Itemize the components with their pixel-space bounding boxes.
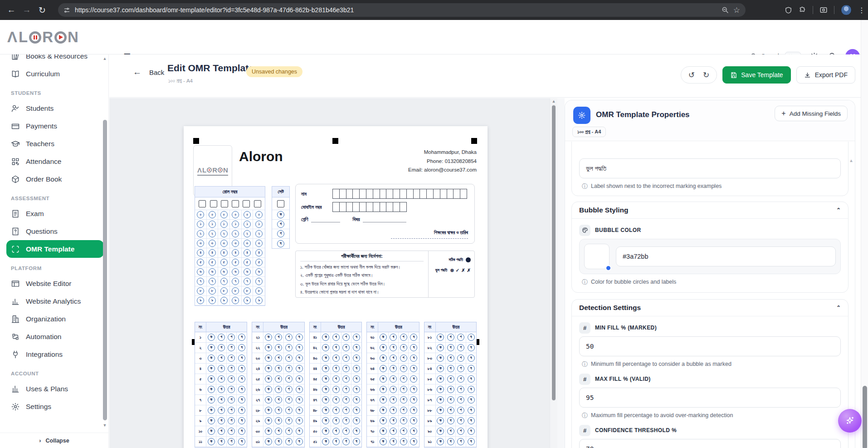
sidebar-item-attendance[interactable]: Attendance — [6, 153, 104, 170]
sidebar-item-teachers[interactable]: Teachers — [6, 135, 104, 153]
export-pdf-button[interactable]: Export PDF — [796, 66, 855, 84]
sidebar-item-order-book[interactable]: Order Book — [6, 170, 104, 188]
omr-sheet-preview[interactable]: ΛL R N Aloron Mohammadpur, Dhaka Phone: … — [184, 126, 488, 448]
extensions-icon[interactable] — [799, 6, 806, 14]
ai-assistant-fab[interactable] — [838, 409, 862, 433]
editor-canvas[interactable]: ΛL R N Aloron Mohammadpur, Dhaka Phone: … — [109, 98, 550, 448]
sidebar-item-omr-template[interactable]: OMR Template — [6, 240, 104, 258]
color-swatch[interactable] — [584, 244, 610, 269]
sidebar-item-website-editor[interactable]: Website Editor — [6, 275, 104, 292]
panel-scroll-up-icon[interactable]: ▲ — [849, 158, 853, 163]
bubble-styling-header[interactable]: Bubble Styling ⌃ — [572, 202, 848, 219]
browser-reload-icon[interactable]: ↻ — [34, 2, 50, 18]
answer-bubble: ক — [380, 438, 387, 445]
sidebar-item-questions[interactable]: Questions — [6, 222, 104, 240]
browser-back-icon[interactable]: ← — [4, 2, 19, 18]
scroll-up-icon[interactable]: ▲ — [102, 56, 107, 61]
sidebar-item-books-resources[interactable]: Books & Resources — [6, 54, 104, 65]
browser-profile-avatar[interactable] — [841, 5, 852, 15]
bookmark-star-icon[interactable]: ☆ — [733, 5, 740, 15]
answer-row: ৫১কখগঘ — [310, 437, 361, 447]
detection-field-label: CONFIDENCE THRESHOLD % — [595, 427, 677, 433]
panel-scroll-area[interactable]: ⓘ Label shown next to the incorrect mark… — [571, 142, 848, 448]
answer-row: ৬৭কখগঘ — [367, 395, 419, 405]
site-settings-icon[interactable] — [63, 7, 70, 14]
detection-settings-header[interactable]: Detection Settings ⌃ — [572, 300, 848, 316]
sidebar-collapse-button[interactable]: › Collapse — [0, 433, 108, 448]
scroll-down-icon[interactable]: ▼ — [102, 423, 107, 428]
answer-row: ৪৫কখগঘ — [310, 374, 361, 384]
aloron-logo[interactable]: ΛL R N — [7, 27, 79, 47]
sidebar-item-website-analytics[interactable]: Website Analytics — [6, 292, 104, 310]
answer-bubble: ঘ — [238, 407, 245, 414]
answer-bubble: খ — [447, 365, 454, 372]
sidebar-item-automation[interactable]: Automation — [6, 328, 104, 345]
answer-row: ৬৫কখগঘ — [367, 374, 419, 384]
chevron-up-icon[interactable]: ⌃ — [836, 207, 841, 213]
window-scrollbar[interactable] — [861, 20, 868, 448]
sidebar-item-settings[interactable]: Settings — [6, 398, 104, 415]
wrong-label-input[interactable] — [579, 158, 841, 178]
window-scroll-thumb[interactable] — [863, 386, 867, 448]
answer-bubble-cell: ক — [321, 416, 331, 426]
color-handle[interactable] — [605, 265, 611, 271]
answer-bubble: খ — [218, 396, 225, 404]
detection-field-input[interactable] — [579, 336, 841, 356]
scroll-up-icon[interactable]: ▲ — [550, 99, 557, 103]
redo-icon[interactable]: ↻ — [703, 70, 709, 80]
back-button[interactable]: ← Back — [133, 67, 164, 77]
mobile-character-boxes — [333, 202, 407, 212]
wrong-mark: ✗ — [467, 268, 471, 273]
sidebar-scrollbar[interactable]: ▲ ▼ — [102, 55, 108, 438]
curriculum-icon — [11, 69, 20, 79]
save-template-button[interactable]: Save Template — [722, 66, 790, 84]
answer-bubble-cell: ঘ — [237, 426, 247, 436]
answer-bubble: ক — [380, 407, 387, 414]
sidebar-item-integrations[interactable]: Integrations — [6, 345, 104, 363]
page-title: Edit OMR Template — [167, 63, 254, 74]
bubble-color-input[interactable] — [616, 246, 836, 266]
add-missing-fields-button[interactable]: + Add Missing Fields — [775, 106, 848, 121]
hash-icon: # — [579, 425, 590, 436]
sidebar-item-curriculum[interactable]: Curriculum — [6, 65, 104, 83]
answer-bubble: খ — [390, 334, 397, 341]
answer-bubble: ঘ — [468, 344, 475, 351]
answer-bubble-cell: ক — [263, 426, 273, 436]
hash-icon: # — [579, 374, 590, 385]
answer-bubble: ঘ — [410, 344, 417, 351]
name-label: নাম — [301, 191, 333, 197]
sidebar-item-label: Attendance — [26, 158, 61, 166]
zoom-out-icon[interactable] — [722, 6, 729, 14]
sidebar-item-payments[interactable]: Payments — [6, 117, 104, 135]
sidebar-item-organization[interactable]: Organization — [6, 310, 104, 328]
browser-menu-icon[interactable]: ⋮ — [858, 6, 865, 15]
sidebar-item-students[interactable]: Students — [6, 99, 104, 117]
answer-bubble: গ — [400, 428, 407, 435]
url-text[interactable]: https://course37.com/dashboard/omr-templ… — [75, 6, 717, 14]
sidebar-scroll-thumb[interactable] — [103, 120, 107, 420]
chevron-up-icon[interactable]: ⌃ — [836, 305, 841, 311]
answer-bubble-cell: খ — [331, 353, 341, 363]
sidebar-item-uses-plans[interactable]: Uses & Plans — [6, 380, 104, 398]
answer-bubble-cell: ক — [206, 416, 216, 426]
sidebar-item-exam[interactable]: Exam — [6, 205, 104, 222]
browser-forward-icon[interactable]: → — [19, 2, 34, 18]
answer-bubble: ক — [380, 417, 387, 424]
answer-bubble-cell: ঘ — [294, 437, 304, 447]
roll-bubble-cell: ৩ — [242, 239, 254, 248]
detection-field-input[interactable] — [579, 388, 841, 408]
answer-bubble-cell: খ — [389, 395, 399, 405]
screen-share-icon[interactable] — [819, 6, 828, 14]
answer-bubble: খ — [447, 428, 454, 435]
shield-icon[interactable] — [785, 6, 792, 14]
address-bar[interactable]: https://course37.com/dashboard/omr-templ… — [58, 3, 746, 17]
answer-bubble: গ — [228, 354, 235, 362]
undo-icon[interactable]: ↺ — [688, 70, 695, 80]
detection-field-input[interactable] — [579, 439, 841, 448]
canvas-scrollbar[interactable]: ▲ — [550, 98, 557, 448]
bubble-color-helper: Color for bubble circles and labels — [591, 279, 676, 285]
answer-bubble: ক — [437, 375, 444, 383]
canvas-scroll-thumb[interactable] — [552, 105, 556, 400]
signature-label: শিক্ষকের স্বাক্ষর ও তারিখ — [391, 230, 468, 236]
question-number: ৮ — [195, 405, 206, 415]
